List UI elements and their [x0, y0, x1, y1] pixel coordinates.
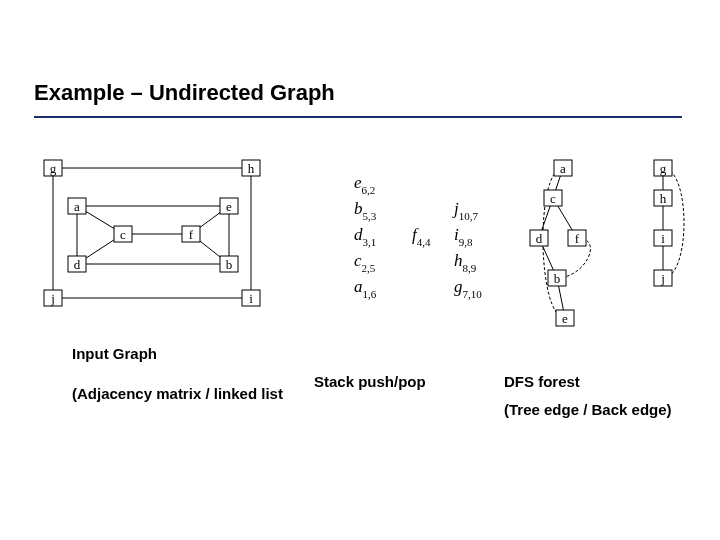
svg-text:c2,5: c2,5: [354, 251, 376, 274]
caption-forest: DFS forest: [504, 372, 674, 392]
title-rule: [34, 116, 682, 118]
svg-text:d3,1: d3,1: [354, 225, 376, 248]
svg-text:c: c: [120, 227, 126, 242]
stack-panel: e6,2b5,3d3,1c2,5a1,6f4,4j10,7i9,8h8,9g7,…: [334, 160, 514, 320]
svg-text:g: g: [50, 161, 57, 176]
caption-stack: Stack push/pop: [314, 372, 494, 392]
svg-text:a1,6: a1,6: [354, 277, 377, 300]
svg-text:i9,8: i9,8: [454, 225, 473, 248]
svg-text:h8,9: h8,9: [454, 251, 477, 274]
dfs-forest: acdfbeghij: [514, 160, 694, 320]
svg-text:j: j: [50, 291, 55, 306]
stack-pushpop: e6,2b5,3d3,1c2,5a1,6f4,4j10,7i9,8h8,9g7,…: [334, 160, 524, 320]
svg-text:a: a: [560, 161, 566, 176]
svg-text:e6,2: e6,2: [354, 173, 375, 196]
svg-text:h: h: [248, 161, 255, 176]
svg-text:e: e: [562, 311, 568, 326]
svg-text:b: b: [554, 271, 561, 286]
svg-text:d: d: [536, 231, 543, 246]
svg-text:a: a: [74, 199, 80, 214]
svg-text:d: d: [74, 257, 81, 272]
forest-panel: acdfbeghij: [514, 160, 694, 320]
panels: ghaecfdbji e6,2b5,3d3,1c2,5a1,6f4,4j10,7…: [34, 160, 682, 330]
svg-text:i: i: [249, 291, 253, 306]
caption-forest-2: (Tree edge / Back edge): [504, 400, 674, 420]
page-title: Example – Undirected Graph: [34, 80, 335, 106]
svg-text:c: c: [550, 191, 556, 206]
svg-text:b: b: [226, 257, 233, 272]
svg-text:e: e: [226, 199, 232, 214]
svg-text:i: i: [661, 231, 665, 246]
svg-text:j10,7: j10,7: [452, 199, 478, 222]
svg-text:f4,4: f4,4: [412, 225, 431, 248]
svg-text:f: f: [575, 231, 580, 246]
svg-text:h: h: [660, 191, 667, 206]
caption-input-graph: Input Graph: [72, 344, 292, 364]
svg-text:f: f: [189, 227, 194, 242]
caption-input-graph-2: (Adjacency matrix / linked list: [72, 384, 292, 404]
svg-text:j: j: [660, 271, 665, 286]
input-graph-panel: ghaecfdbji: [34, 160, 294, 320]
svg-text:g7,10: g7,10: [454, 277, 482, 300]
svg-text:b5,3: b5,3: [354, 199, 377, 222]
input-graph: ghaecfdbji: [34, 160, 294, 320]
svg-text:g: g: [660, 161, 667, 176]
